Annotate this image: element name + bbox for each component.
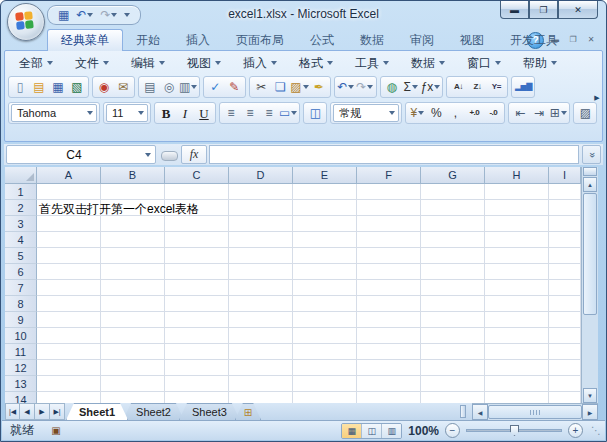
cell-C9[interactable]: [165, 312, 229, 328]
cell-H10[interactable]: [485, 328, 549, 344]
cell-E9[interactable]: [293, 312, 357, 328]
cell-H7[interactable]: [485, 280, 549, 296]
row-header-8[interactable]: 8: [5, 296, 37, 312]
ribbon-tab-视图[interactable]: 视图: [447, 30, 497, 51]
cell-B12[interactable]: [101, 360, 165, 376]
cell-F7[interactable]: [357, 280, 421, 296]
cell-B8[interactable]: [101, 296, 165, 312]
cell-B13[interactable]: [101, 376, 165, 392]
macro-record-button[interactable]: ▣: [46, 423, 66, 439]
borders-button[interactable]: ⊞: [549, 104, 567, 122]
close-button[interactable]: ✕: [558, 1, 598, 19]
cell-D3[interactable]: [229, 216, 293, 232]
cell-E12[interactable]: [293, 360, 357, 376]
cell-F6[interactable]: [357, 264, 421, 280]
last-sheet-button[interactable]: ▶|: [50, 403, 65, 420]
page-layout-view-button[interactable]: ◫: [362, 424, 382, 438]
cell-F5[interactable]: [357, 248, 421, 264]
scroll-left-button[interactable]: ◀: [472, 404, 488, 420]
row-header-9[interactable]: 9: [5, 312, 37, 328]
cell-B6[interactable]: [101, 264, 165, 280]
formula-input[interactable]: [209, 145, 579, 164]
cell-I12[interactable]: [549, 360, 581, 376]
menu-item-工具[interactable]: 工具: [345, 53, 399, 74]
sort-descending-button[interactable]: Z↓: [468, 78, 486, 96]
cell-F10[interactable]: [357, 328, 421, 344]
doc-close-button[interactable]: ✕: [584, 33, 598, 46]
cell-D6[interactable]: [229, 264, 293, 280]
cell-D8[interactable]: [229, 296, 293, 312]
cell-F9[interactable]: [357, 312, 421, 328]
cell-G9[interactable]: [421, 312, 485, 328]
cell-A8[interactable]: [37, 296, 101, 312]
cell-C10[interactable]: [165, 328, 229, 344]
menu-item-格式[interactable]: 格式: [289, 53, 343, 74]
save-button[interactable]: ▦: [56, 8, 71, 23]
cell-E7[interactable]: [293, 280, 357, 296]
cell-D2[interactable]: [229, 200, 293, 216]
cell-I13[interactable]: [549, 376, 581, 392]
cell-I9[interactable]: [549, 312, 581, 328]
decrease-decimal-button[interactable]: -.0: [484, 104, 502, 122]
cell-B14[interactable]: [101, 392, 165, 403]
menu-item-文件[interactable]: 文件: [65, 53, 119, 74]
menu-item-编辑[interactable]: 编辑: [121, 53, 175, 74]
column-header-A[interactable]: A: [37, 167, 101, 184]
cell-E6[interactable]: [293, 264, 357, 280]
vertical-scrollbar[interactable]: ▲ ▼: [581, 167, 598, 403]
fill-color-button[interactable]: ▨: [576, 104, 594, 122]
merge-center-button[interactable]: ▭: [279, 104, 297, 122]
cell-E2[interactable]: [293, 200, 357, 216]
cell-H12[interactable]: [485, 360, 549, 376]
column-header-F[interactable]: F: [357, 167, 421, 184]
menu-item-全部[interactable]: 全部: [9, 53, 63, 74]
column-header-I[interactable]: I: [549, 167, 581, 184]
cell-G2[interactable]: [421, 200, 485, 216]
cell-B1[interactable]: [101, 184, 165, 200]
cell-A7[interactable]: [37, 280, 101, 296]
cell-A12[interactable]: [37, 360, 101, 376]
cell-C12[interactable]: [165, 360, 229, 376]
cell-H1[interactable]: [485, 184, 549, 200]
minimize-button[interactable]: ▬: [500, 1, 529, 19]
cell-A10[interactable]: [37, 328, 101, 344]
cell-D4[interactable]: [229, 232, 293, 248]
cell-B9[interactable]: [101, 312, 165, 328]
cell-F2[interactable]: [357, 200, 421, 216]
undo-button[interactable]: ↶: [74, 8, 95, 23]
scroll-down-button[interactable]: ▼: [583, 388, 597, 403]
select-all-button[interactable]: [5, 167, 37, 184]
horizontal-scrollbar[interactable]: ◀ ▶: [472, 403, 598, 420]
cell-E11[interactable]: [293, 344, 357, 360]
office-button[interactable]: [7, 3, 45, 41]
export-excel-button[interactable]: ▧: [68, 78, 86, 96]
menu-item-插入[interactable]: 插入: [233, 53, 287, 74]
scroll-up-button[interactable]: ▲: [583, 177, 597, 192]
font-name-combo[interactable]: Tahoma: [11, 104, 97, 122]
scroll-right-button[interactable]: ▶: [582, 404, 598, 420]
cell-D14[interactable]: [229, 392, 293, 403]
cell-E4[interactable]: [293, 232, 357, 248]
cell-G6[interactable]: [421, 264, 485, 280]
align-right-button[interactable]: ≡: [260, 104, 278, 122]
prev-sheet-button[interactable]: ◀: [20, 403, 35, 420]
decrease-indent-button[interactable]: ⇤: [511, 104, 529, 122]
cell-G4[interactable]: [421, 232, 485, 248]
sort-ascending-button[interactable]: A↓: [449, 78, 467, 96]
cell-G7[interactable]: [421, 280, 485, 296]
cell-A11[interactable]: [37, 344, 101, 360]
currency-style-button[interactable]: ¥: [408, 104, 426, 122]
cell-D13[interactable]: [229, 376, 293, 392]
zoom-slider[interactable]: [466, 424, 562, 437]
cell-G14[interactable]: [421, 392, 485, 403]
cell-E3[interactable]: [293, 216, 357, 232]
cell-I5[interactable]: [549, 248, 581, 264]
horizontal-scroll-thumb[interactable]: [488, 405, 582, 419]
row-header-1[interactable]: 1: [5, 184, 37, 200]
cell-C5[interactable]: [165, 248, 229, 264]
menu-item-帮助[interactable]: 帮助: [513, 53, 567, 74]
zoom-slider-thumb[interactable]: [510, 425, 519, 436]
cell-C11[interactable]: [165, 344, 229, 360]
cell-B5[interactable]: [101, 248, 165, 264]
print-setup-button[interactable]: ▥: [179, 78, 197, 96]
